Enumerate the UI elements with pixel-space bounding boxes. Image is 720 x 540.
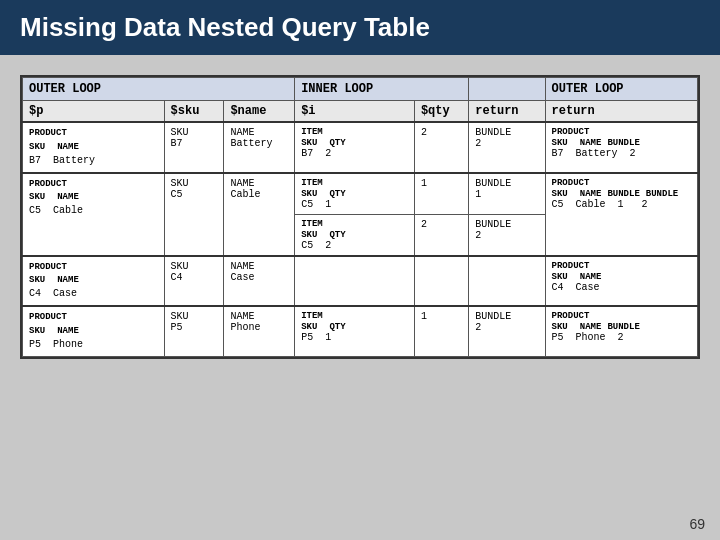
outer-p-cell-4: PRODUCT SKU NAME P5 Phone [23, 306, 165, 356]
table-row: PRODUCT SKU NAME P5 Phone SKUP5 NAMEPhon… [23, 306, 698, 356]
qty-cell-2a: 1 [414, 173, 468, 215]
var-p: $p [23, 101, 165, 123]
return-inner-cell-4: BUNDLE2 [469, 306, 545, 356]
inner-i-cell-2b: ITEM SKU QTY C5 2 [295, 214, 415, 256]
sku-cell-2: SKUC5 [164, 173, 224, 256]
qty-cell-2b: 2 [414, 214, 468, 256]
var-return-outer: return [545, 101, 697, 123]
table-row: PRODUCT SKU NAME C5 Cable SKUC5 NAMECabl… [23, 173, 698, 215]
sku-cell-4: SKUP5 [164, 306, 224, 356]
table-row: PRODUCT SKU NAME B7 Battery SKUB7 NAMEBa… [23, 122, 698, 173]
return-outer-cell-2a: PRODUCT SKU NAME BUNDLE BUNDLE C5 Cable … [545, 173, 697, 256]
inner-i-cell-2a: ITEM SKU QTY C5 1 [295, 173, 415, 215]
page-number: 69 [689, 516, 705, 532]
return-outer-cell-3: PRODUCT SKU NAME C4 Case [545, 256, 697, 307]
return-outer-cell-4: PRODUCT SKU NAME BUNDLE P5 Phone 2 [545, 306, 697, 356]
var-name: $name [224, 101, 295, 123]
inner-i-cell-3 [295, 256, 415, 307]
name-cell-2: NAMECable [224, 173, 295, 256]
return-inner-cell-1: BUNDLE2 [469, 122, 545, 173]
var-qty: $qty [414, 101, 468, 123]
return-inner-cell-2a: BUNDLE1 [469, 173, 545, 215]
name-cell-3: NAMECase [224, 256, 295, 307]
inner-i-cell-1: ITEM SKU QTY B7 2 [295, 122, 415, 173]
outer-p-cell-1: PRODUCT SKU NAME B7 Battery [23, 122, 165, 173]
sku-cell-1: SKUB7 [164, 122, 224, 173]
qty-cell-4: 1 [414, 306, 468, 356]
qty-cell-3 [414, 256, 468, 307]
inner-i-cell-4: ITEM SKU QTY P5 1 [295, 306, 415, 356]
table-row: PRODUCT SKU NAME C4 Case SKUC4 NAMECase [23, 256, 698, 307]
outer-loop-section-header: OUTER LOOP [23, 78, 295, 101]
var-sku: $sku [164, 101, 224, 123]
name-cell-4: NAMEPhone [224, 306, 295, 356]
var-i: $i [295, 101, 415, 123]
var-return-inner: return [469, 101, 545, 123]
outer-p-cell-2: PRODUCT SKU NAME C5 Cable [23, 173, 165, 256]
outer-p-cell-3: PRODUCT SKU NAME C4 Case [23, 256, 165, 307]
inner-loop-section-header: INNER LOOP [295, 78, 469, 101]
return-outer-cell-1: PRODUCT SKU NAME BUNDLE B7 Battery 2 [545, 122, 697, 173]
sku-cell-3: SKUC4 [164, 256, 224, 307]
return-inner-cell-3 [469, 256, 545, 307]
qty-cell-1: 2 [414, 122, 468, 173]
name-cell-1: NAMEBattery [224, 122, 295, 173]
return-inner-header [469, 78, 545, 101]
return-outer-header: OUTER LOOP [545, 78, 697, 101]
return-inner-cell-2b: BUNDLE2 [469, 214, 545, 256]
page-title: Missing Data Nested Query Table [0, 0, 720, 55]
